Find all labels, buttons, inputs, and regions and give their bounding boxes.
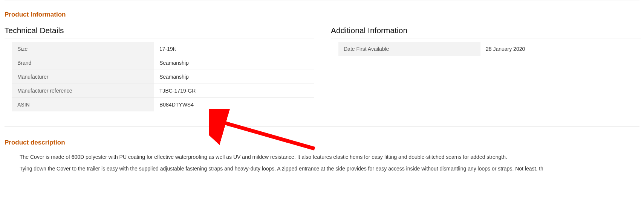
additional-information-column: Additional Information Date First Availa… (331, 26, 641, 111)
table-row: Date First Available 28 January 2020 (338, 42, 641, 56)
table-label: Brand (12, 56, 154, 70)
table-row: Brand Seamanship (12, 56, 314, 70)
table-label: Manufacturer (12, 70, 154, 84)
product-description-heading: Product description (5, 139, 639, 146)
table-row: Manufacturer reference TJBC-1719-GR (12, 84, 314, 97)
table-value: 17-19ft (154, 42, 314, 56)
product-description-text: The Cover is made of 600D polyester with… (20, 153, 639, 177)
table-value: TJBC-1719-GR (154, 84, 314, 97)
table-row: ASIN B084DTYWS4 (12, 97, 314, 111)
table-value: Seamanship (154, 70, 314, 84)
product-information-heading: Product Information (5, 11, 639, 18)
table-label: Size (12, 42, 154, 56)
additional-information-table: Date First Available 28 January 2020 (338, 42, 641, 56)
description-paragraph: The Cover is made of 600D polyester with… (20, 153, 639, 161)
technical-details-table: Size 17-19ft Brand Seamanship Manufactur… (12, 42, 314, 111)
table-label: Date First Available (338, 42, 480, 56)
description-paragraph: Tying down the Cover to the trailer is e… (20, 165, 639, 173)
table-value: B084DTYWS4 (154, 97, 314, 111)
table-label: ASIN (12, 97, 154, 111)
table-value: 28 January 2020 (480, 42, 641, 56)
table-label: Manufacturer reference (12, 84, 154, 97)
info-columns: Technical Details Size 17-19ft Brand Sea… (5, 26, 639, 111)
table-row: Manufacturer Seamanship (12, 70, 314, 84)
additional-information-heading: Additional Information (331, 26, 641, 38)
top-divider (5, 0, 639, 0)
technical-details-column: Technical Details Size 17-19ft Brand Sea… (5, 26, 314, 111)
table-row: Size 17-19ft (12, 42, 314, 56)
technical-details-heading: Technical Details (5, 26, 314, 38)
table-value: Seamanship (154, 56, 314, 70)
section-divider (5, 126, 639, 127)
